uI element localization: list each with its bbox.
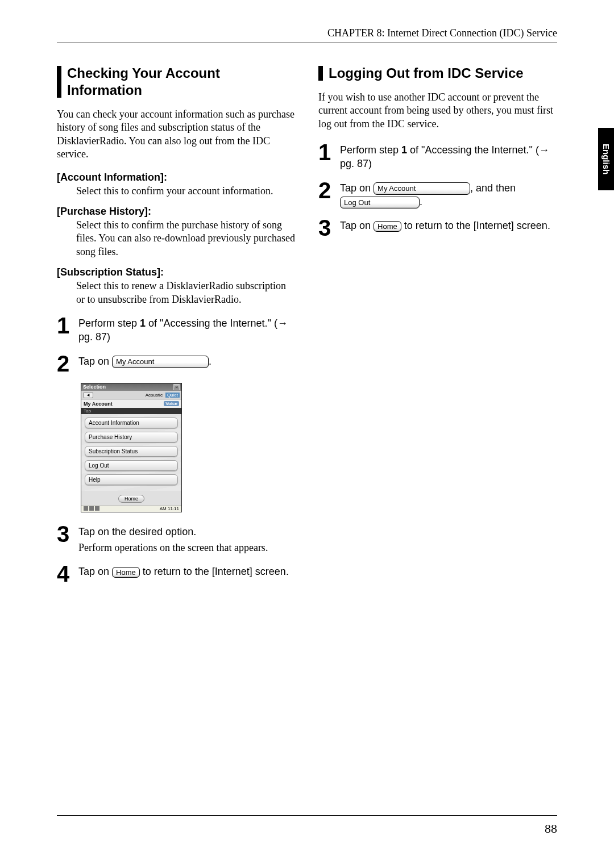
def-head: [Subscription Status]:: [57, 266, 296, 278]
def-head: [Account Information]:: [57, 172, 296, 183]
step-4: 4 Tap on Home to return to the [Internet…: [57, 562, 296, 585]
step-text: Tap on My Account.: [78, 352, 211, 368]
my-account-button: My Account: [374, 182, 470, 195]
tab-quiet: Quiet: [165, 393, 180, 398]
step-3: 3 Tap on Home to return to the [Internet…: [318, 216, 557, 239]
tab-acoustic: Acoustic: [144, 393, 164, 398]
step-number: 3: [318, 216, 334, 239]
chapter-header: CHAPTER 8: Internet Direct Connection (I…: [57, 27, 557, 39]
step-1: 1 Perform step 1 of "Accessing the Inter…: [318, 141, 557, 171]
home-button: Home: [374, 221, 401, 232]
language-tab: English: [598, 128, 614, 190]
ss-home-button: Home: [118, 495, 144, 503]
my-account-screenshot: Selection × ◄ Acoustic Quiet My Account …: [81, 383, 182, 512]
step-number: 1: [318, 141, 334, 164]
def-head: [Purchase History]:: [57, 206, 296, 218]
footer-icon: [95, 506, 99, 511]
ss-footer-time: AM 11:11: [160, 506, 179, 511]
ss-item-log-out: Log Out: [85, 460, 178, 471]
ss-footer-icons: [84, 506, 99, 511]
divider: [57, 43, 557, 43]
footer-icon: [84, 506, 88, 511]
step-number: 3: [57, 523, 73, 545]
page-number: 88: [545, 821, 557, 836]
step-3: 3 Tap on the desired option. Perform ope…: [57, 523, 296, 555]
step-text: Tap on Home to return to the [Internet] …: [78, 562, 289, 578]
home-button: Home: [112, 567, 140, 578]
right-column: Logging Out from IDC Service If you wish…: [318, 65, 557, 593]
step-text: Tap on My Account, and then Log Out.: [340, 179, 516, 209]
step-text: Tap on the desired option. Perform opera…: [78, 523, 268, 555]
left-column: Checking Your Account Information You ca…: [57, 65, 296, 593]
step-2: 2 Tap on My Account, and then Log Out.: [318, 179, 557, 209]
section-heading-logout: Logging Out from IDC Service: [318, 65, 557, 82]
divider: [57, 815, 557, 816]
step-text: Tap on Home to return to the [Internet] …: [340, 216, 550, 232]
back-icon: ◄: [83, 392, 93, 398]
voice-badge: Voice: [164, 401, 179, 406]
step-text: Perform step 1 of "Accessing the Interne…: [340, 141, 557, 171]
ss-item-help: Help: [85, 474, 178, 485]
step-number: 2: [318, 179, 334, 202]
def-body: Select this to confirm the purchase hist…: [76, 219, 296, 258]
step-text: Perform step 1 of "Accessing the Interne…: [78, 314, 296, 344]
definition-subscription-status: [Subscription Status]: Select this to re…: [57, 266, 296, 306]
step-2: 2 Tap on My Account.: [57, 352, 296, 375]
intro-text: You can check your account information s…: [57, 108, 296, 161]
ss-item-subscription-status: Subscription Status: [85, 446, 178, 457]
step-subtext: Perform operations on the screen that ap…: [78, 541, 268, 554]
ss-darkbar: Top: [81, 408, 181, 414]
ss-item-account-info: Account Information: [85, 418, 178, 428]
ss-subtitle: My Account: [84, 401, 113, 407]
log-out-button: Log Out: [340, 197, 420, 209]
ss-item-purchase-history: Purchase History: [85, 432, 178, 443]
definition-purchase-history: [Purchase History]: Select this to confi…: [57, 206, 296, 258]
intro-text: If you wish to use another IDC account o…: [318, 91, 557, 131]
definition-account-info: [Account Information]: Select this to co…: [57, 172, 296, 198]
section-heading-account: Checking Your Account Information: [57, 65, 296, 99]
step-number: 1: [57, 314, 73, 337]
footer-icon: [89, 506, 94, 511]
close-icon: ×: [173, 384, 180, 390]
step-number: 2: [57, 352, 73, 375]
def-body: Select this to confirm your account info…: [76, 185, 296, 198]
ss-title: Selection: [83, 384, 106, 390]
def-body: Select this to renew a DisklavierRadio s…: [76, 279, 296, 306]
step-1: 1 Perform step 1 of "Accessing the Inter…: [57, 314, 296, 344]
my-account-button: My Account: [112, 356, 209, 368]
step-number: 4: [57, 562, 73, 585]
